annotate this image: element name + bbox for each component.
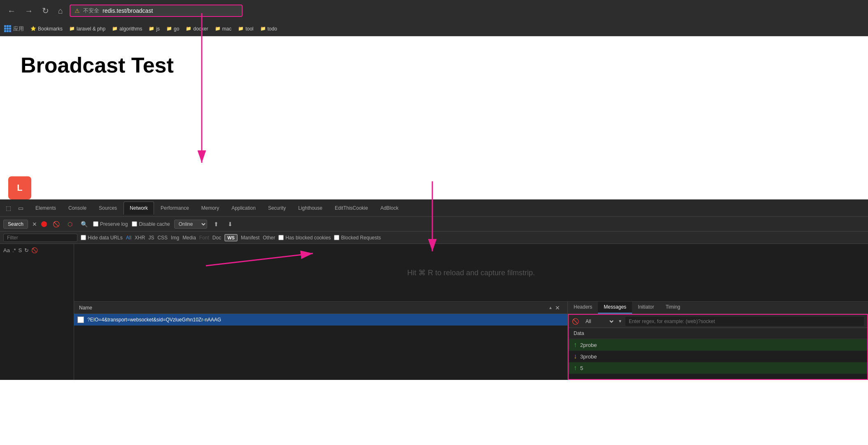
ws-row-icon [77, 316, 84, 323]
docker-folder[interactable]: docker [186, 26, 208, 32]
home-button[interactable]: ⌂ [56, 5, 65, 17]
reload-button[interactable]: ↻ [40, 4, 51, 17]
network-main: Aa .* S ↻ 🚫 Hit ⌘ R to reload and captur… [0, 244, 868, 380]
tool-label: tool [245, 26, 253, 32]
block-icon: 🚫 [572, 318, 579, 325]
mac-label: mac [222, 26, 232, 32]
filter-media[interactable]: Media [182, 235, 196, 241]
download-icon[interactable]: ⬇ [225, 221, 235, 227]
disable-cache-label: Disable cache [139, 221, 170, 227]
message-text: 2probe [580, 342, 597, 348]
tab-editthiscookie[interactable]: EditThisCookie [329, 202, 374, 214]
tab-security[interactable]: Security [262, 202, 292, 214]
search-icon[interactable]: 🔍 [79, 221, 89, 227]
apps-button[interactable]: 应用 [4, 25, 24, 33]
js-label: js [156, 26, 160, 32]
case-sensitive-button[interactable]: S [19, 247, 22, 253]
address-bar[interactable]: ⚠ 不安全 [70, 5, 243, 17]
ws-detail-panel: Headers Messages Initiator Timing 🚫 All … [567, 302, 868, 380]
close-detail-icon[interactable]: ✕ [553, 304, 562, 311]
tab-initiator[interactable]: Initiator [632, 302, 660, 314]
algorithms-folder[interactable]: algorithms [112, 26, 142, 32]
tab-application[interactable]: Application [226, 202, 261, 214]
disable-cache-checkbox[interactable]: Disable cache [132, 221, 170, 227]
security-warning-icon: ⚠ [75, 7, 80, 14]
bookmarks-item[interactable]: Bookmarks [30, 26, 63, 32]
todo-label: todo [268, 26, 277, 32]
tab-performance[interactable]: Performance [155, 202, 195, 214]
has-blocked-cookies-checkbox[interactable]: Has blocked cookies [278, 235, 331, 241]
blocked-requests-label: Blocked Requests [341, 235, 381, 241]
refresh-results-button[interactable]: ↻ [24, 247, 29, 253]
tab-adblock[interactable]: AdBlock [375, 202, 404, 214]
js-folder[interactable]: js [149, 26, 160, 32]
forward-button[interactable]: → [22, 5, 35, 17]
list-item: ↑ 2probe [569, 339, 867, 351]
preserve-log-checkbox[interactable]: Preserve log [93, 221, 128, 227]
apps-label: 应用 [13, 25, 24, 33]
mac-folder[interactable]: mac [215, 26, 232, 32]
page-title: Broadcast Test [21, 53, 847, 77]
url-input[interactable] [103, 7, 238, 14]
filter-xhr[interactable]: XHR [135, 235, 145, 241]
tab-lighthouse[interactable]: Lighthouse [292, 202, 328, 214]
tab-sources[interactable]: Sources [93, 202, 123, 214]
filter-manifest[interactable]: Manifest [241, 235, 259, 241]
sent-arrow-icon: ↑ [574, 364, 577, 372]
upload-icon[interactable]: ⬆ [211, 221, 221, 227]
tab-memory[interactable]: Memory [196, 202, 225, 214]
tool-folder[interactable]: tool [238, 26, 253, 32]
page-content: Broadcast Test [0, 36, 868, 172]
message-text: 5 [580, 365, 583, 371]
messages-panel: 🚫 All Sent Received ▼ Data [568, 314, 868, 380]
filter-all[interactable]: All [126, 235, 131, 241]
throttle-select[interactable]: Online Fast 3G Slow 3G Offline [174, 220, 207, 229]
filter-css[interactable]: CSS [157, 235, 168, 241]
tab-console[interactable]: Console [63, 202, 92, 214]
filter-other[interactable]: Other [263, 235, 275, 241]
text-size-button[interactable]: Aa [3, 247, 10, 253]
tab-headers[interactable]: Headers [568, 302, 598, 314]
record-button[interactable] [41, 221, 47, 227]
messages-data: Data ↑ 2probe ↓ 3probe ↑ [569, 328, 867, 379]
filter-icon[interactable]: ⬡ [65, 221, 75, 227]
laravel-php-label: laravel & php [77, 26, 105, 32]
list-item: ↓ 3probe [569, 351, 867, 362]
device-icon[interactable]: ▭ [16, 203, 26, 213]
filter-doc[interactable]: Doc [212, 235, 221, 241]
laravel-php-folder[interactable]: laravel & php [69, 26, 105, 32]
devtools-panel: ⬚ ▭ Elements Console Sources Network Per… [0, 199, 868, 380]
search-panel: Aa .* S ↻ 🚫 [0, 244, 74, 380]
filter-ws[interactable]: WS [224, 234, 238, 241]
tab-elements[interactable]: Elements [30, 202, 62, 214]
filter-input[interactable] [3, 234, 77, 242]
blocked-requests-checkbox[interactable]: Blocked Requests [334, 235, 381, 241]
message-filter-input[interactable] [625, 317, 864, 326]
table-row[interactable]: ?EIO=4&transport=websocket&sid=QVzlueGrh… [74, 314, 567, 326]
devtools-tabs: ⬚ ▭ Elements Console Sources Network Per… [0, 199, 868, 217]
go-folder[interactable]: go [166, 26, 179, 32]
inspect-icon[interactable]: ⬚ [3, 203, 13, 213]
filter-js[interactable]: JS [148, 235, 154, 241]
back-button[interactable]: ← [5, 5, 18, 17]
clear-results-button[interactable]: 🚫 [31, 247, 38, 253]
tab-messages[interactable]: Messages [598, 302, 632, 314]
docker-label: docker [193, 26, 208, 32]
list-item: ↑ 5 [569, 362, 867, 374]
hide-data-urls-checkbox[interactable]: Hide data URLs [81, 235, 123, 241]
filmstrip-area: Hit ⌘ R to reload and capture filmstrip. [74, 244, 868, 302]
table-header: Name ▲ ✕ [74, 302, 567, 314]
tab-network[interactable]: Network [124, 201, 154, 215]
close-search-icon[interactable]: ✕ [32, 221, 37, 227]
filter-img[interactable]: Img [171, 235, 179, 241]
insecure-label: 不安全 [83, 7, 99, 14]
todo-folder[interactable]: todo [260, 26, 277, 32]
dropdown-arrow-icon: ▼ [618, 319, 622, 323]
tab-timing[interactable]: Timing [660, 302, 686, 314]
regex-button[interactable]: .* [12, 247, 16, 253]
search-tab[interactable]: Search [3, 220, 28, 229]
filmstrip-message: Hit ⌘ R to reload and capture filmstrip. [407, 268, 535, 277]
clear-icon[interactable]: 🚫 [51, 221, 61, 227]
filter-font[interactable]: Font [199, 235, 209, 241]
message-direction-select[interactable]: All Sent Received [582, 317, 615, 326]
